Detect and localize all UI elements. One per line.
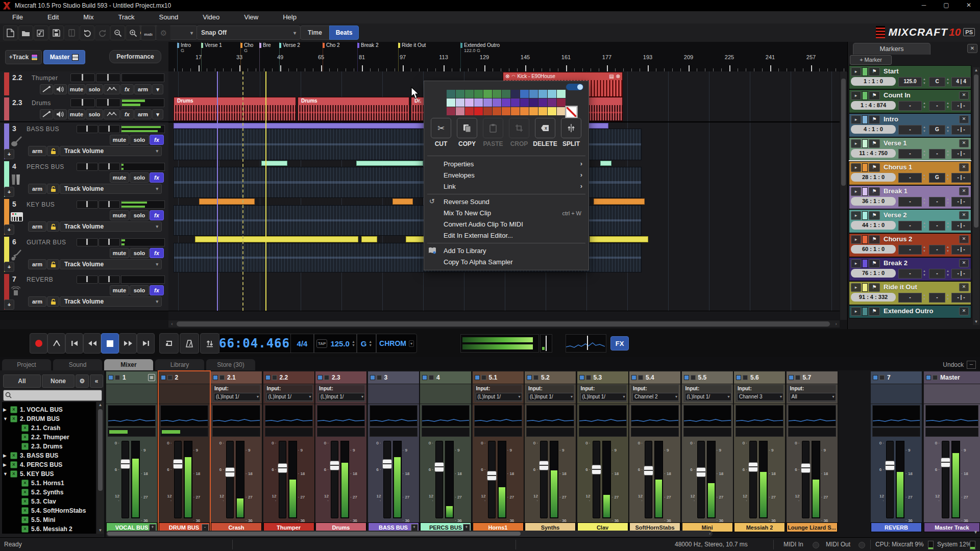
marker-flag-icon[interactable]: ⚑ [869, 283, 880, 292]
palette-swatch[interactable] [538, 90, 547, 98]
strip-input-dropdown[interactable]: (L)Input 1/▾ [528, 393, 574, 401]
marker-expand-icon[interactable]: ▸ [851, 187, 861, 196]
minimize-button[interactable]: ─ [913, 0, 935, 11]
track-monitor-icon[interactable] [54, 109, 67, 119]
marker-color-chip[interactable] [862, 163, 868, 172]
ruler-marker-cho[interactable]: ChoG [240, 42, 253, 54]
metronome-button[interactable] [180, 333, 199, 354]
menu-action-cut[interactable]: ✂CUT [428, 118, 454, 147]
channel-strip-7[interactable]: 70 ·6 ·12 ·· 9· 18· 27· 36REVERB [871, 371, 922, 530]
track-fx-button[interactable]: fx [150, 285, 164, 295]
fader-handle[interactable] [278, 463, 287, 473]
tab-project[interactable]: Project [2, 359, 51, 370]
marker-flag-icon[interactable]: ⚑ [869, 307, 880, 316]
marker-tempo-stepper[interactable]: ▲▼ [922, 125, 927, 134]
track-mute-button[interactable]: mute [68, 84, 85, 94]
performance-button[interactable]: Performance [109, 50, 161, 63]
menu-view[interactable]: View [232, 11, 271, 23]
track-arm-button[interactable]: arm [28, 296, 46, 307]
strip-select-icon2[interactable] [743, 375, 748, 380]
track-pan-slider[interactable] [70, 98, 95, 107]
fader-handle[interactable] [748, 462, 758, 472]
tempo-display[interactable]: 125.0 [330, 339, 350, 348]
track-envelope-button[interactable] [104, 109, 120, 119]
palette-swatch[interactable] [557, 98, 566, 107]
strip-select-icon[interactable] [475, 375, 480, 380]
strip-select-icon2[interactable] [167, 375, 173, 380]
strip-eq-display[interactable] [212, 405, 260, 427]
scroll-up-icon[interactable]: ▲ [973, 67, 979, 73]
palette-swatch[interactable] [456, 98, 464, 107]
track-monitor-icon[interactable] [54, 84, 67, 94]
palette-swatch[interactable] [502, 107, 510, 115]
track-lock-button[interactable] [47, 296, 59, 307]
track-volume-slider[interactable] [99, 276, 120, 284]
marker-row-break-1[interactable]: ▸⚑Break 1✕36 : 1 : 0-▲▼-▲▼- | - [849, 185, 971, 209]
strip-select-icon2[interactable] [795, 375, 800, 380]
fader-track[interactable] [121, 441, 129, 518]
strip-select-icon[interactable] [265, 375, 271, 380]
beats-mode-button[interactable]: Beats [329, 26, 359, 40]
track-add-lane-button[interactable]: + [4, 224, 14, 235]
strip-select-icon2[interactable] [219, 375, 225, 380]
strip-input-dropdown[interactable]: (L)Input 1/▾ [685, 393, 731, 401]
marker-key-stepper[interactable]: ▲▼ [945, 245, 950, 254]
marker-flag-icon[interactable]: ⚑ [869, 139, 880, 148]
marker-expand-icon[interactable]: ▸ [851, 67, 861, 76]
strip-eq-display[interactable] [788, 405, 836, 427]
tab-mixer[interactable]: Mixer [104, 359, 153, 370]
strip-select-icon2[interactable] [429, 375, 434, 380]
marker-key-stepper[interactable]: ▲▼ [945, 269, 950, 278]
marker-position[interactable]: 11 : 4 : 750 [851, 149, 896, 158]
palette-swatch[interactable] [474, 98, 483, 107]
ruler-marker-extended-outro[interactable]: Extended Outro122.0 G [460, 42, 500, 54]
fader-handle[interactable] [120, 459, 130, 469]
redo-button[interactable] [95, 26, 110, 40]
track-solo-button[interactable]: solo [130, 248, 149, 258]
menu-edit[interactable]: Edit [35, 11, 71, 23]
markers-scrollbar[interactable]: ▲ ▼ [973, 67, 979, 325]
menu-action-copy[interactable]: COPY [454, 118, 480, 147]
tempo-stepper[interactable]: ▲▼ [352, 340, 355, 347]
strip-select-icon[interactable] [736, 375, 741, 380]
track-mute-button[interactable]: mute [110, 172, 129, 183]
strip-select-icon2[interactable] [272, 375, 277, 380]
strip-eq-display[interactable] [872, 405, 920, 427]
fader-handle[interactable] [539, 461, 549, 470]
marker-tempo[interactable]: - [898, 269, 922, 279]
strip-select-icon[interactable] [789, 375, 794, 380]
palette-swatch[interactable] [465, 98, 474, 107]
marker-flag-icon[interactable]: ⚑ [869, 259, 880, 268]
track-lock-button[interactable] [47, 146, 59, 156]
track-volume-slider[interactable] [96, 98, 120, 107]
marker-row-chorus-1[interactable]: ▸⚑Chorus 1✕28 : 1 : 0-▲▼G▲▼- | - [849, 161, 971, 185]
palette-swatch[interactable] [548, 107, 556, 115]
track-header-5[interactable]: 5KEY BUSmutesolofxarmTrack Volume▾+ [0, 198, 168, 236]
marker-tempo-stepper[interactable]: ▲▼ [922, 197, 927, 206]
palette-swatch[interactable] [511, 107, 520, 115]
strip-eq-display[interactable] [736, 405, 783, 427]
palette-swatch[interactable] [456, 90, 464, 98]
track-instrument-icon[interactable] [40, 84, 53, 94]
fader-track[interactable] [383, 441, 391, 518]
strip-select-icon[interactable] [161, 375, 166, 380]
track-solo-button[interactable]: solo [130, 285, 149, 295]
track-volume-slider[interactable] [99, 163, 120, 171]
marker-position[interactable]: 4 : 1 : 0 [851, 125, 896, 134]
menu-item-convert-audio-clip-to-midi[interactable]: Convert Audio Clip To MIDI [424, 219, 589, 230]
marker-expand-icon[interactable]: ▸ [851, 283, 861, 292]
strip-select-icon[interactable] [527, 375, 532, 380]
strip-eq-display[interactable] [422, 405, 470, 427]
arrange-hscroll-thumb[interactable] [177, 321, 830, 327]
palette-swatch[interactable] [538, 107, 547, 115]
key-stepper[interactable]: ▲▼ [369, 340, 372, 347]
channel-strip-2[interactable]: 20 ·6 ·12 ·· 9· 18· 27· 36DRUM BUS- [159, 371, 210, 530]
marker-row-break-2[interactable]: ▸⚑Break 2✕76 : 1 : 0-▲▼-▲▼- | - [849, 257, 971, 281]
marker-color-chip[interactable] [862, 115, 868, 124]
marker-timesig[interactable]: 4 | 4 [951, 77, 971, 87]
palette-swatch[interactable] [511, 98, 520, 107]
menu-item-properties[interactable]: Properties› [424, 159, 589, 170]
marker-key[interactable]: - [929, 245, 945, 255]
undock-icon[interactable]: ─ [967, 361, 976, 369]
channel-strip-3[interactable]: 30 ·6 ·12 ·· 9· 18· 27· 36BASS BUS+ [368, 371, 420, 530]
